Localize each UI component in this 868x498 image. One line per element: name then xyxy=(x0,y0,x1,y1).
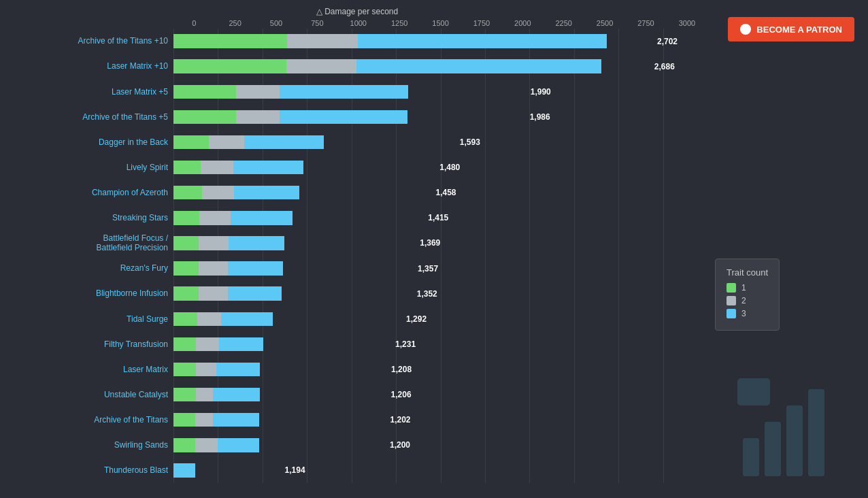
grid-line xyxy=(574,331,575,356)
axis-labels: 0250500750100012501500175020002250250027… xyxy=(173,19,707,27)
grid-line xyxy=(663,231,664,256)
grid-line xyxy=(529,155,530,180)
grid-line xyxy=(574,104,575,129)
bar-value: 1,480 xyxy=(439,163,460,172)
segment-gray xyxy=(195,413,213,427)
bar-value: 1,369 xyxy=(420,238,440,248)
segment-gray xyxy=(197,312,221,326)
bar-value: 1,208 xyxy=(391,365,412,374)
bar-value: 1,990 xyxy=(531,87,551,97)
bar-track-wrapper: 1,593 xyxy=(173,129,707,154)
grid-line xyxy=(352,458,352,483)
grid-line xyxy=(618,256,619,281)
segment-gray xyxy=(199,261,229,275)
chart-container: △ Damage per second 02505007501000125015… xyxy=(0,0,714,498)
bar-inner: 1,200 xyxy=(173,438,387,452)
segment-blue xyxy=(221,312,273,326)
grid-line xyxy=(663,382,664,408)
grid-line xyxy=(663,205,664,231)
bar-label: Archive of the Titans +5 xyxy=(7,112,173,122)
grid-line xyxy=(663,331,664,356)
segment-gray xyxy=(199,236,229,250)
grid-line xyxy=(663,281,664,306)
segment-green xyxy=(173,110,236,124)
legend-color-box xyxy=(727,283,736,293)
bar-track-wrapper: 1,200 xyxy=(173,433,707,458)
bar-label: Rezan's Fury xyxy=(7,263,173,273)
bar-row: Battlefield Focus /Battlefield Precision… xyxy=(7,231,707,256)
segment-green xyxy=(173,363,196,376)
grid-line xyxy=(574,180,575,205)
segment-gray xyxy=(196,388,214,401)
bar-track-wrapper: 1,415 xyxy=(173,205,707,231)
grid-line xyxy=(618,382,619,408)
grid-line xyxy=(618,306,619,331)
segment-green xyxy=(173,135,209,149)
patron-button[interactable]: BECOME A PATRON xyxy=(728,17,854,42)
grid-line xyxy=(441,408,441,433)
bar-row: Lively Spirit1,480 xyxy=(7,155,707,180)
bar-inner: 1,352 xyxy=(173,286,414,300)
bar-value: 1,357 xyxy=(418,264,438,273)
axis-label: 1250 xyxy=(379,19,420,27)
watermark xyxy=(732,373,841,484)
axis-label: 1500 xyxy=(420,19,461,27)
bar-track-wrapper: 1,208 xyxy=(173,356,707,382)
axis-label: 250 xyxy=(214,19,255,27)
grid-line xyxy=(618,79,619,104)
bar-value: 1,986 xyxy=(530,112,550,122)
segment-green xyxy=(173,211,199,225)
bar-row: Tidal Surge1,292 xyxy=(7,306,707,331)
svg-rect-3 xyxy=(808,389,824,476)
segment-blue xyxy=(173,463,195,477)
bar-label: Laser Matrix xyxy=(7,365,173,374)
legend-color-box xyxy=(727,296,736,305)
bar-value: 1,202 xyxy=(390,415,411,425)
grid-line xyxy=(307,458,307,483)
grid-line xyxy=(485,306,486,331)
grid-line xyxy=(618,356,619,382)
segment-green xyxy=(173,337,196,351)
segment-blue xyxy=(213,388,259,401)
svg-rect-4 xyxy=(737,378,770,405)
segment-blue xyxy=(358,34,607,48)
grid-line xyxy=(663,104,664,129)
grid-line xyxy=(529,356,530,382)
bar-track-wrapper: 2,702 xyxy=(173,29,707,54)
grid-line xyxy=(663,180,664,205)
grid-line xyxy=(441,382,441,408)
axis-label: 3000 xyxy=(667,19,707,27)
grid-line xyxy=(485,281,486,306)
legend-label: 3 xyxy=(741,309,746,318)
bar-row: Filthy Transfusion1,231 xyxy=(7,331,707,356)
grid-line xyxy=(618,180,619,205)
bar-value: 2,702 xyxy=(657,37,678,46)
grid-line xyxy=(529,408,530,433)
bar-value: 1,194 xyxy=(285,465,305,475)
grid-line xyxy=(618,433,619,458)
bar-value: 1,206 xyxy=(391,390,412,399)
grid-line xyxy=(618,281,619,306)
grid-line xyxy=(441,433,441,458)
grid-line xyxy=(618,408,619,433)
grid-line xyxy=(441,331,441,356)
axis-label: 1750 xyxy=(461,19,502,27)
segment-green xyxy=(173,85,236,99)
bar-inner: 1,415 xyxy=(173,211,425,225)
grid-line xyxy=(396,458,397,483)
bar-track-wrapper: 1,986 xyxy=(173,104,707,129)
grid-line xyxy=(574,382,575,408)
legend-item: 3 xyxy=(727,309,768,318)
legend-label: 2 xyxy=(741,296,746,305)
grid-line xyxy=(574,256,575,281)
grid-line xyxy=(529,458,530,483)
segment-green xyxy=(173,161,201,174)
bar-row: Blightborne Infusion1,352 xyxy=(7,281,707,306)
segment-gray xyxy=(287,34,358,48)
patron-label: BECOME A PATRON xyxy=(756,24,842,35)
grid-line xyxy=(485,231,486,256)
axis-label: 750 xyxy=(297,19,337,27)
bar-row: Archive of the Titans +102,702 xyxy=(7,29,707,54)
grid-line xyxy=(663,129,664,154)
bar-row: Rezan's Fury1,357 xyxy=(7,256,707,281)
